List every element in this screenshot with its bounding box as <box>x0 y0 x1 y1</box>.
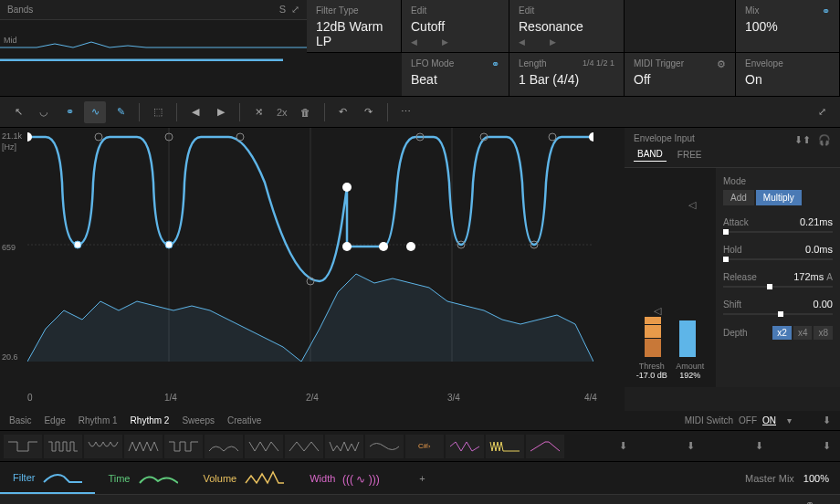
midi-off-button[interactable]: OFF <box>739 415 757 425</box>
release-slider[interactable] <box>723 286 833 288</box>
wave-preset[interactable] <box>365 435 404 458</box>
download-icon[interactable]: ⬇ <box>817 440 836 452</box>
time-label: Time <box>108 473 130 484</box>
free-tab[interactable]: FREE <box>674 148 706 162</box>
amount-marker-icon[interactable]: ◁ <box>688 199 696 211</box>
length-fractions[interactable]: 1/4 1/2 1 <box>583 58 614 72</box>
depth-x2-button[interactable]: x2 <box>772 326 792 340</box>
sidechain-icon[interactable]: ⬇⬆ <box>794 134 811 146</box>
depth-x4-button[interactable]: x4 <box>793 326 813 340</box>
svg-point-6 <box>74 241 81 248</box>
curve-tool[interactable]: ∿ <box>84 101 106 123</box>
attack-slider[interactable] <box>723 231 833 233</box>
filter-type-panel[interactable]: Filter Type 12dB Warm LP ◀ ▶ <box>307 0 402 52</box>
trash-button[interactable]: 🗑 <box>295 101 317 123</box>
wave-preset[interactable] <box>205 435 243 458</box>
editor-toolbar: ↖ ◡ ⚭ ∿ ✎ ⬚ ◀ ▶ ⤨ 2x 🗑 ↶ ↷ ⋯ ⤢ <box>0 97 840 128</box>
shift-slider[interactable] <box>723 313 833 315</box>
pointer-tool[interactable]: ↖ <box>7 101 29 123</box>
preset-tab-edge[interactable]: Edge <box>44 415 65 425</box>
wave-preset[interactable] <box>84 435 122 458</box>
preset-tab-rhythm2[interactable]: Rhythm 2 <box>131 415 170 425</box>
fullscreen-icon[interactable]: ⤢ <box>811 101 833 123</box>
select-tool[interactable]: ⬚ <box>147 101 169 123</box>
amount-meter[interactable] <box>679 320 696 358</box>
midi-trigger-panel[interactable]: MIDI Trigger ⚙ Off <box>625 53 736 96</box>
wave-preset[interactable] <box>164 435 203 458</box>
pen-tool[interactable]: ✎ <box>110 101 131 123</box>
wave-preset[interactable] <box>44 435 82 458</box>
expand-icon[interactable]: ⤢ <box>291 4 299 16</box>
midi-switch-label: MIDI Switch <box>685 415 733 425</box>
wave-preset[interactable] <box>245 435 283 458</box>
wave-editor[interactable]: 21.1k [Hz] 659 20.6 0 1/4 <box>0 128 625 411</box>
thresh-meter[interactable] <box>645 317 661 358</box>
edit-resonance-panel[interactable]: Edit Resonance ◀ ▶ <box>509 0 625 52</box>
link-tool[interactable]: ⚭ <box>58 101 80 123</box>
effect-tab-time[interactable]: Time <box>95 462 190 494</box>
headphones-icon[interactable]: 🎧 <box>818 134 831 146</box>
band-tab[interactable]: BAND <box>634 147 667 162</box>
add-effect-button[interactable]: + <box>401 462 443 494</box>
release-label: Release <box>723 272 757 282</box>
preset-tab-rhythm1[interactable]: Rhythm 1 <box>79 415 118 425</box>
shift-label: Shift <box>723 299 741 310</box>
svg-point-15 <box>406 242 415 251</box>
preset-tab-sweeps[interactable]: Sweeps <box>182 415 215 425</box>
dropdown-icon[interactable]: ▾ <box>787 415 792 425</box>
undo-button[interactable]: ↶ <box>332 101 354 123</box>
mode-add-button[interactable]: Add <box>723 190 754 205</box>
wave-preset[interactable] <box>124 435 163 458</box>
bands-spectrum[interactable]: Mid <box>0 19 307 60</box>
wave-preset[interactable] <box>526 435 564 458</box>
download-icon[interactable]: ⬇ <box>823 415 831 426</box>
amount-value: 192% <box>676 371 704 380</box>
mode-multiply-button[interactable]: Multiply <box>756 190 802 205</box>
wave-preset[interactable] <box>486 435 524 458</box>
zoom-2x[interactable]: 2x <box>273 107 291 118</box>
effect-tab-volume[interactable]: Volume <box>191 462 298 494</box>
product-logo: ShaperBox 2 <box>9 501 89 505</box>
envelope-panel[interactable]: Envelope On <box>736 53 840 96</box>
volume-label: Volume <box>204 473 237 484</box>
preset-tab-basic[interactable]: Basic <box>9 415 31 425</box>
step-back-button[interactable]: ◀ <box>184 101 206 123</box>
preset-tab-creative[interactable]: Creative <box>227 415 261 425</box>
mix-panel[interactable]: Mix ⚭ 100% <box>736 0 840 52</box>
lfo-mode-panel[interactable]: LFO Mode ⚭ Beat <box>402 53 509 96</box>
attack-label: Attack <box>723 217 749 227</box>
hold-slider[interactable] <box>723 258 833 260</box>
svg-point-8 <box>165 241 173 248</box>
length-panel[interactable]: Length 1/4 1/2 1 1 Bar (4/4) <box>509 53 625 96</box>
edit-cutoff-panel[interactable]: Edit Cutoff ◀ ▶ <box>402 0 509 52</box>
shuffle-button[interactable]: ⤨ <box>247 101 269 123</box>
wave-preset[interactable] <box>325 435 363 458</box>
master-mix-label: Master Mix <box>745 473 794 484</box>
master-mix-value[interactable]: 100% <box>803 473 829 484</box>
link-icon[interactable]: ⚭ <box>822 5 830 19</box>
wave-preset[interactable] <box>285 435 323 458</box>
solo-button[interactable]: S <box>279 4 286 16</box>
gear-icon[interactable]: ⚙ <box>717 58 726 72</box>
midi-on-button[interactable]: ON <box>762 415 776 425</box>
download-icon[interactable]: ⬇ <box>750 440 769 452</box>
redo-button[interactable]: ↷ <box>358 101 380 123</box>
thresh-marker-icon[interactable]: ◁ <box>654 305 661 317</box>
eraser-tool[interactable]: ◡ <box>33 101 55 123</box>
thresh-value: -17.0 dB <box>636 371 667 380</box>
download-icon[interactable]: ⬇ <box>614 440 633 452</box>
download-icon[interactable]: ⬇ <box>681 440 700 452</box>
wave-svg <box>27 128 593 362</box>
hold-value: 0.0ms <box>805 244 833 255</box>
effect-tab-filter[interactable]: Filter <box>0 462 95 494</box>
link-icon[interactable]: ⚭ <box>491 58 499 72</box>
wave-preset[interactable]: C#♭ <box>405 435 444 458</box>
effect-tab-width[interactable]: Width ((( ∿ ))) <box>297 462 401 494</box>
nav-arrows[interactable]: ◀ ▶ <box>519 37 614 47</box>
step-forward-button[interactable]: ▶ <box>210 101 232 123</box>
depth-x8-button[interactable]: x8 <box>814 326 833 340</box>
wave-preset[interactable] <box>4 435 42 458</box>
wave-preset[interactable] <box>446 435 484 458</box>
more-button[interactable]: ⋯ <box>395 101 417 123</box>
nav-arrows[interactable]: ◀ ▶ <box>411 37 499 47</box>
